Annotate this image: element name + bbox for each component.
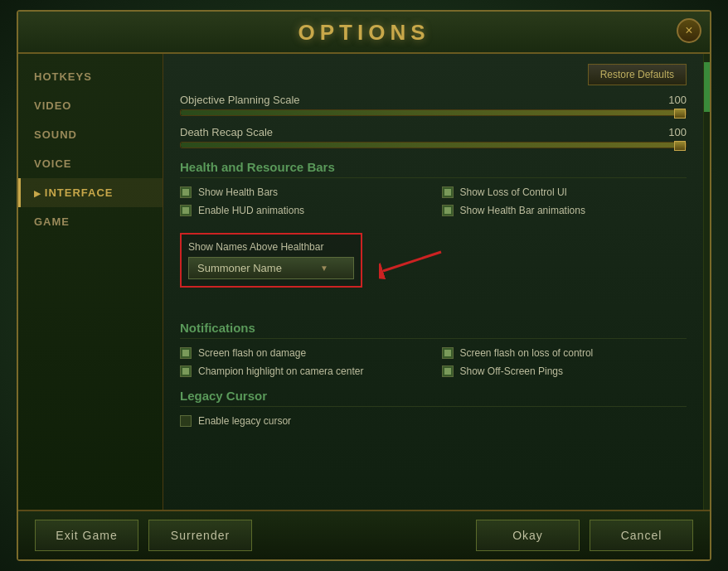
slider-thumb[interactable] [674,109,686,119]
checkbox-enable-hud-animations[interactable] [180,205,192,216]
exit-game-button[interactable]: Exit Game [35,520,138,551]
slider-value: 100 [668,94,687,106]
slider-label-row-2: Death Recap Scale 100 [180,126,687,138]
slider-death-recap: Death Recap Scale 100 [180,126,687,148]
red-arrow-svg [379,248,445,281]
main-content: Restore Defaults Objective Planning Scal… [163,54,703,510]
sidebar-item-hotkeys[interactable]: HOTKEYS [18,62,163,91]
option-enable-hud-animations: Enable HUD animations [180,205,425,216]
footer-bar: Exit Game Surrender Okay Cancel [18,510,710,559]
names-dropdown-container: Show Names Above Healthbar Summoner Name… [180,233,362,288]
sidebar-item-interface[interactable]: INTERFACE [18,178,163,207]
okay-button[interactable]: Okay [476,520,580,551]
checkbox-show-health-bars[interactable] [180,186,192,198]
slider-label: Objective Planning Scale [180,94,300,106]
label-show-loss-control: Show Loss of Control UI [460,186,567,198]
label-show-health-bar-animations: Show Health Bar animations [460,205,585,216]
restore-defaults-button[interactable]: Restore Defaults [588,64,687,85]
names-dropdown-label: Show Names Above Healthbar [188,241,354,253]
close-button[interactable]: × [677,18,701,43]
dropdown-value: Summoner Name [197,262,282,274]
names-dropdown[interactable]: Summoner Name ▼ [188,257,354,279]
cancel-button[interactable]: Cancel [590,520,693,551]
sidebar-item-video[interactable]: VIDEO [18,91,163,120]
label-show-health-bars: Show Health Bars [198,186,278,198]
slider-label-row: Objective Planning Scale 100 [180,94,687,106]
label-enable-hud-animations: Enable HUD animations [198,205,304,216]
slider-thumb-2[interactable] [674,141,686,151]
scrollbar-track[interactable] [703,54,710,510]
checkbox-champion-highlight[interactable] [180,365,192,377]
dialog-header: OPTIONS × [18,12,710,54]
names-above-healthbar-section: Show Names Above Healthbar Summoner Name… [180,225,362,296]
options-dialog: OPTIONS × HOTKEYS VIDEO SOUND VOICE INTE… [17,10,711,561]
scrollbar-thumb[interactable] [704,62,710,112]
red-arrow-annotation [379,248,445,284]
surrender-button[interactable]: Surrender [148,520,252,551]
sidebar-item-voice[interactable]: VOICE [18,149,163,178]
option-show-health-bar-animations: Show Health Bar animations [442,205,687,216]
dropdown-arrow-icon: ▼ [320,264,328,273]
slider-track-2[interactable] [180,142,687,148]
notifications-section-title: Notifications [180,321,687,339]
slider-value-2: 100 [668,126,687,138]
health-bars-options: Show Health Bars Show Loss of Control UI… [180,186,687,216]
checkbox-show-loss-control[interactable] [442,186,454,198]
option-enable-legacy-cursor: Enable legacy cursor [180,415,687,427]
checkbox-enable-legacy-cursor[interactable] [180,415,192,427]
option-champion-highlight: Champion highlight on camera center [180,365,425,377]
option-show-offscreen-pings: Show Off-Screen Pings [442,365,687,377]
toolbar-row: Restore Defaults [180,64,687,94]
option-show-health-bars: Show Health Bars [180,186,425,198]
checkbox-screen-flash-control[interactable] [442,347,454,359]
label-show-offscreen-pings: Show Off-Screen Pings [460,365,564,377]
sidebar-item-sound[interactable]: SOUND [18,120,163,149]
dialog-body: HOTKEYS VIDEO SOUND VOICE INTERFACE GAME… [18,54,710,510]
label-champion-highlight: Champion highlight on camera center [198,365,363,377]
slider-fill-2 [181,143,686,148]
sidebar: HOTKEYS VIDEO SOUND VOICE INTERFACE GAME [18,54,163,510]
checkbox-screen-flash-damage[interactable] [180,347,192,359]
slider-label-2: Death Recap Scale [180,126,273,138]
checkbox-show-offscreen-pings[interactable] [442,365,454,377]
option-show-loss-control: Show Loss of Control UI [442,186,687,198]
label-enable-legacy-cursor: Enable legacy cursor [198,415,291,427]
notifications-options: Screen flash on damage Screen flash on l… [180,347,687,377]
slider-track[interactable] [180,109,687,116]
health-bars-section-title: Health and Resource Bars [180,160,687,178]
checkbox-show-health-bar-animations[interactable] [442,205,454,216]
option-screen-flash-control: Screen flash on loss of control [442,347,687,359]
label-screen-flash-control: Screen flash on loss of control [460,347,594,359]
label-screen-flash-damage: Screen flash on damage [198,347,306,359]
dialog-title: OPTIONS [298,20,430,45]
option-screen-flash-damage: Screen flash on damage [180,347,425,359]
slider-fill [181,110,686,115]
slider-objective-planning: Objective Planning Scale 100 [180,94,687,116]
svg-line-1 [383,252,441,271]
sidebar-item-game[interactable]: GAME [18,207,163,236]
legacy-cursor-section-title: Legacy Cursor [180,389,687,407]
